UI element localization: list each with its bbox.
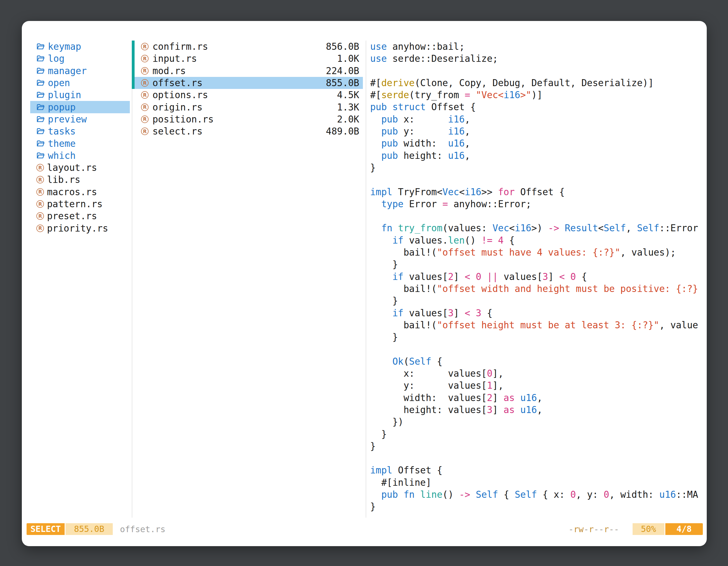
code-line xyxy=(370,65,707,77)
terminal-window: keymap log manager open plugin popup xyxy=(22,21,707,546)
parent-folder-row[interactable]: keymap xyxy=(30,41,130,53)
code-line: bail!("offset width and height must be p… xyxy=(370,283,707,295)
parent-folder-row[interactable]: manager xyxy=(30,65,130,77)
code-line xyxy=(370,343,707,355)
file-size: 856.0B xyxy=(326,41,359,52)
folder-icon xyxy=(36,116,45,123)
selection-mark xyxy=(132,125,135,137)
file-row[interactable]: R confirm.rs 856.0B xyxy=(132,41,366,53)
folder-name: plugin xyxy=(48,90,81,100)
rust-file-icon: R xyxy=(36,225,44,232)
folder-name: log xyxy=(48,53,65,64)
selected-size: 855.0B xyxy=(65,523,112,535)
code-line: } xyxy=(370,295,707,307)
file-size: 1.3K xyxy=(337,102,359,113)
code-line: pub width: u16, xyxy=(370,137,707,149)
file-row[interactable]: R mod.rs 224.0B xyxy=(132,65,366,77)
file-permissions: -rw-r--r-- xyxy=(569,524,619,534)
code-line: x: values[0], xyxy=(370,367,707,379)
code-line: y: values[1], xyxy=(370,379,707,391)
code-line: pub y: i16, xyxy=(370,125,707,137)
parent-folder-row[interactable]: open xyxy=(30,77,130,89)
folder-icon xyxy=(36,79,45,87)
file-row[interactable]: R select.rs 489.0B xyxy=(132,125,366,137)
mode-badge: SELECT xyxy=(27,523,65,535)
code-line: if values[3] < 3 { xyxy=(370,307,707,319)
parent-file-row[interactable]: R priority.rs xyxy=(30,222,130,234)
code-line: pub x: i16, xyxy=(370,113,707,125)
code-line: pub struct Offset { xyxy=(370,101,707,113)
rust-file-icon: R xyxy=(141,55,149,62)
code-line: #[inline] xyxy=(370,476,707,488)
folder-name: which xyxy=(48,150,76,161)
code-line xyxy=(370,452,707,464)
parent-directory-list: keymap log manager open plugin popup xyxy=(30,41,130,234)
selection-mark xyxy=(132,65,135,77)
code-line: use anyhow::bail; xyxy=(370,41,707,53)
selection-mark xyxy=(132,77,135,89)
parent-folder-row[interactable]: popup xyxy=(30,101,130,113)
file-name: macros.rs xyxy=(47,187,97,198)
parent-folder-row[interactable]: preview xyxy=(30,113,130,125)
code-line: pub height: u16, xyxy=(370,150,707,162)
file-row[interactable]: R input.rs 1.0K xyxy=(132,53,366,65)
folder-name: tasks xyxy=(48,126,76,137)
code-line: height: values[3] as u16, xyxy=(370,404,707,416)
selection-mark xyxy=(132,89,135,101)
file-name: lib.rs xyxy=(47,174,80,185)
parent-folder-row[interactable]: plugin xyxy=(30,89,130,101)
folder-name: popup xyxy=(48,102,76,113)
code-line: bail!("offset height must be at least 3:… xyxy=(370,319,707,331)
status-filename: offset.rs xyxy=(120,524,166,534)
code-line: } xyxy=(370,162,707,174)
rust-file-icon: R xyxy=(141,116,149,123)
file-size: 1.0K xyxy=(337,53,359,64)
code-line: Ok(Self { xyxy=(370,355,707,367)
file-row[interactable]: R position.rs 2.0K xyxy=(132,113,366,125)
parent-folder-row[interactable]: tasks xyxy=(30,125,130,137)
rust-file-icon: R xyxy=(141,128,149,135)
file-name: confirm.rs xyxy=(152,41,326,52)
rust-file-icon: R xyxy=(36,212,44,220)
selection-mark xyxy=(132,113,135,125)
file-name: layout.rs xyxy=(47,162,97,173)
file-name: preset.rs xyxy=(47,211,97,222)
file-row[interactable]: R offset.rs 855.0B xyxy=(132,77,366,89)
parent-file-row[interactable]: R pattern.rs xyxy=(30,198,130,210)
selection-mark xyxy=(132,101,135,113)
parent-folder-row[interactable]: theme xyxy=(30,137,130,149)
code-line: impl Offset { xyxy=(370,464,707,476)
rust-file-icon: R xyxy=(36,188,44,196)
file-row[interactable]: R options.rs 4.5K xyxy=(132,89,366,101)
code-line: bail!("offset must have 4 values: {:?}",… xyxy=(370,247,707,259)
folder-name: theme xyxy=(48,138,76,149)
folder-icon xyxy=(36,43,45,50)
file-name: offset.rs xyxy=(152,78,326,88)
parent-file-row[interactable]: R preset.rs xyxy=(30,210,130,222)
code-line xyxy=(370,210,707,222)
file-name: mod.rs xyxy=(152,65,326,76)
parent-file-row[interactable]: R layout.rs xyxy=(30,162,130,174)
code-line: #[serde(try_from = "Vec<i16>")] xyxy=(370,89,707,101)
file-name: pattern.rs xyxy=(47,199,103,210)
parent-folder-row[interactable]: which xyxy=(30,150,130,162)
code-line: pub fn line() -> Self { Self { x: 0, y: … xyxy=(370,488,707,501)
file-name: select.rs xyxy=(152,126,326,137)
parent-file-row[interactable]: R macros.rs xyxy=(30,186,130,198)
parent-folder-row[interactable]: log xyxy=(30,53,130,65)
folder-icon xyxy=(36,67,45,75)
file-name: origin.rs xyxy=(152,102,337,113)
code-line: if values.len() != 4 { xyxy=(370,234,707,247)
rust-file-icon: R xyxy=(141,43,149,50)
rust-file-icon: R xyxy=(141,91,149,99)
folder-name: keymap xyxy=(48,41,81,52)
folder-icon xyxy=(36,140,45,147)
file-size: 224.0B xyxy=(326,65,359,76)
preview-pane: use anyhow::bail;use serde::Deserialize;… xyxy=(366,41,707,523)
code-line: }) xyxy=(370,416,707,428)
folder-name: open xyxy=(48,78,70,88)
code-line: } xyxy=(370,440,707,452)
current-directory-list: R confirm.rs 856.0B R input.rs 1.0K R mo… xyxy=(132,41,366,137)
file-row[interactable]: R origin.rs 1.3K xyxy=(132,101,366,113)
parent-file-row[interactable]: R lib.rs xyxy=(30,174,130,186)
